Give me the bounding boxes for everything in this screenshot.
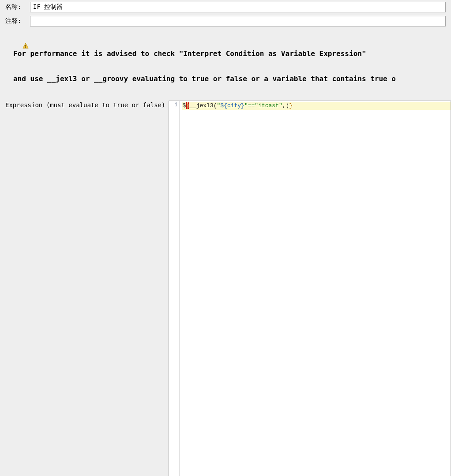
advice-line-2: and use __jexl3 or __groovy evaluating t…	[13, 75, 396, 83]
performance-advice: For performance it is advised to check "…	[13, 33, 396, 100]
comment-input[interactable]	[30, 16, 446, 26]
tok-comma: ,	[282, 102, 286, 109]
name-input[interactable]	[30, 2, 446, 12]
expression-label: Expression (must evaluate to true or fal…	[5, 101, 169, 476]
editor-gutter: 1	[169, 101, 180, 476]
expression-editor[interactable]: 1 ${__jexl3("${city}"=="itcast",)}	[169, 101, 451, 476]
name-label: 名称:	[5, 3, 26, 11]
tok-str-close: "	[279, 102, 282, 109]
comment-label: 注释:	[5, 17, 26, 25]
tok-open-brace: {	[186, 102, 189, 109]
advice-line-1: For performance it is advised to check "…	[13, 49, 396, 58]
tok-str-val: itcast	[258, 102, 279, 109]
line-number: 1	[169, 102, 177, 108]
code-line-1[interactable]: ${__jexl3("${city}"=="itcast",)}	[182, 102, 451, 110]
tok-close-brace: }	[289, 102, 293, 109]
warning-icon	[5, 34, 11, 40]
tok-var: ${city}	[220, 102, 244, 109]
tok-str-mid: "=="	[244, 102, 258, 109]
tok-func: __jexl3	[189, 102, 214, 109]
editor-code-area[interactable]: ${__jexl3("${city}"=="itcast",)}	[180, 101, 451, 476]
